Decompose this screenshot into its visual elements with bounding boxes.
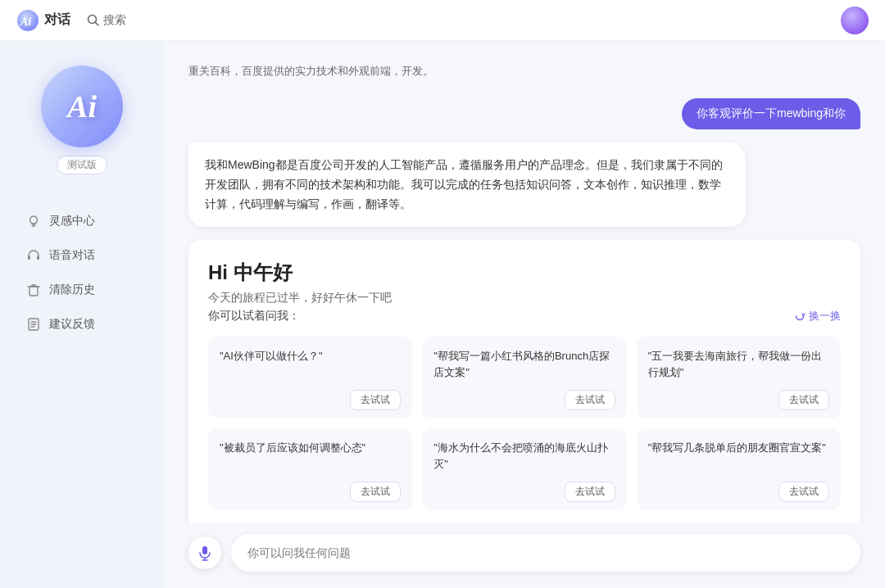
refresh-icon [794,310,806,322]
top-nav: Ai 对话 搜索 [0,0,885,41]
main-layout: Ai 测试版 灵感中心 语音对话 [0,41,885,588]
nav-search[interactable]: 搜索 [87,13,126,28]
suggestion-grid: "AI伙伴可以做什么？" 去试试 "帮我写一篇小红书风格的Brunch店探店文案… [208,337,841,510]
sidebar-item-clear[interactable]: 清除历史 [16,276,148,304]
suggestion-text-2: "五一我要去海南旅行，帮我做一份出行规划" [648,348,829,380]
msg-ai-reply: 我和MewBing都是百度公司开发的人工智能产品，遵循服务用户的产品理念。但是，… [188,142,746,227]
refresh-label: 换一换 [809,309,841,323]
try-btn-1[interactable]: 去试试 [565,390,615,410]
chat-area: 重关百科，百度提供的实力技术和外观前端，开发。 你客观评价一下mewbing和你… [164,41,885,588]
search-icon [87,14,100,27]
chat-input[interactable] [231,534,860,572]
sidebar-item-inspiration[interactable]: 灵感中心 [16,207,148,235]
user-bubble: 你客观评价一下mewbing和你 [682,98,860,129]
refresh-btn[interactable]: 换一换 [794,309,841,323]
suggestion-item-3: "被裁员了后应该如何调整心态" 去试试 [208,428,412,510]
svg-rect-9 [202,546,207,554]
chat-messages: 重关百科，百度提供的实力技术和外观前端，开发。 你客观评价一下mewbing和你… [164,41,885,522]
svg-rect-7 [30,287,38,296]
try-btn-0[interactable]: 去试试 [350,390,401,410]
try-btn-5[interactable]: 去试试 [778,482,829,502]
sidebar-label-feedback: 建议反馈 [49,317,95,332]
svg-point-4 [30,216,38,224]
ai-avatar-text: Ai [67,88,97,124]
sidebar-item-feedback[interactable]: 建议反馈 [16,310,148,338]
svg-line-3 [96,22,99,25]
suggestion-text-0: "AI伙伴可以做什么？" [220,348,401,364]
user-avatar[interactable] [841,7,869,34]
suggestion-item-0: "AI伙伴可以做什么？" 去试试 [208,337,412,418]
trash-icon [26,283,41,297]
headphone-icon [26,248,41,263]
sidebar-item-voice[interactable]: 语音对话 [16,242,148,269]
ai-avatar-circle: Ai [41,66,123,147]
mic-icon [197,545,213,561]
sidebar-label-clear: 清除历史 [49,283,95,297]
svg-rect-5 [28,256,30,260]
ai-bubble: 我和MewBing都是百度公司开发的人工智能产品，遵循服务用户的产品理念。但是，… [188,142,746,227]
suggestion-item-4: "海水为什么不会把喷涌的海底火山扑灭" 去试试 [422,428,626,510]
document-icon [26,317,41,332]
partial-text: 重关百科，百度提供的实力技术和外观前端，开发。 [188,57,433,85]
mic-button[interactable] [188,536,221,569]
try-btn-3[interactable]: 去试试 [350,482,401,502]
suggestion-text-3: "被裁员了后应该如何调整心态" [220,440,401,456]
suggestion-text-4: "海水为什么不会把喷涌的海底火山扑灭" [433,440,615,472]
avatar-image [841,7,869,34]
sidebar-label-voice: 语音对话 [49,248,95,263]
greeting-sub: 今天的旅程已过半，好好午休一下吧 [208,291,841,305]
svg-text:Ai: Ai [20,16,31,28]
ai-badge: 测试版 [57,156,107,174]
try-btn-2[interactable]: 去试试 [778,390,829,410]
msg-ai-partial: 重关百科，百度提供的实力技术和外观前端，开发。 [188,57,433,85]
suggestion-card: Hi 中午好 今天的旅程已过半，好好午休一下吧 你可以试着问我： 换一换 "AI… [188,240,860,522]
suggestion-text-1: "帮我写一篇小红书风格的Brunch店探店文案" [433,348,615,380]
svg-rect-6 [37,256,39,260]
suggestion-item-2: "五一我要去海南旅行，帮我做一份出行规划" 去试试 [637,337,841,418]
chat-input-area [164,522,885,588]
sidebar: Ai 测试版 灵感中心 语音对话 [0,41,164,588]
nav-logo-text: 对话 [44,11,70,29]
sidebar-label-inspiration: 灵感中心 [49,214,95,228]
ai-avatar-wrapper: Ai 测试版 [41,66,123,174]
suggestion-item-1: "帮我写一篇小红书风格的Brunch店探店文案" 去试试 [422,337,626,418]
sidebar-nav: 灵感中心 语音对话 清除历史 [0,207,164,338]
suggestion-item-5: "帮我写几条脱单后的朋友圈官宣文案" 去试试 [637,428,841,510]
ai-logo-icon: Ai [16,9,39,32]
prompt-label: 你可以试着问我： [208,309,300,323]
greeting-title: Hi 中午好 [208,260,841,286]
search-label: 搜索 [103,13,126,28]
lightbulb-icon [26,214,41,228]
nav-logo[interactable]: Ai 对话 [16,9,70,32]
suggestion-text-5: "帮我写几条脱单后的朋友圈官宣文案" [648,440,829,456]
prompt-label-row: 你可以试着问我： 换一换 [208,309,841,323]
try-btn-4[interactable]: 去试试 [565,482,615,502]
msg-user: 你客观评价一下mewbing和你 [682,98,860,129]
